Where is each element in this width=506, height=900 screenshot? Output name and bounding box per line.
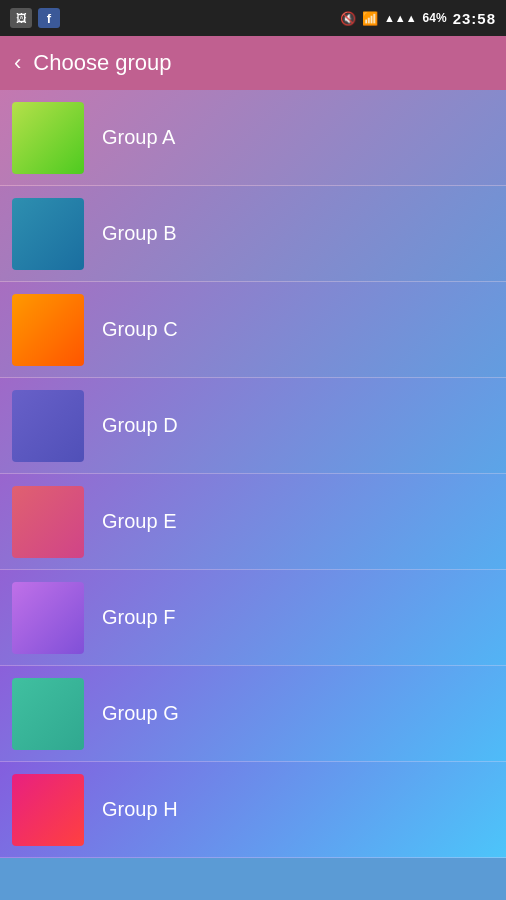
group-item-g[interactable]: Group G xyxy=(0,666,506,762)
signal-icon: ▲▲▲ xyxy=(384,12,417,24)
group-label-f: Group F xyxy=(102,606,175,629)
mute-icon: 🔇 xyxy=(340,11,356,26)
wifi-icon: 📶 xyxy=(362,11,378,26)
app-bar: ‹ Choose group xyxy=(0,36,506,90)
group-label-d: Group D xyxy=(102,414,178,437)
group-item-c[interactable]: Group C xyxy=(0,282,506,378)
status-bar: 🖼 f 🔇 📶 ▲▲▲ 64% 23:58 xyxy=(0,0,506,36)
time-display: 23:58 xyxy=(453,10,496,27)
battery-indicator: 64% xyxy=(423,11,447,25)
group-label-h: Group H xyxy=(102,798,178,821)
group-thumb-f xyxy=(12,582,84,654)
gallery-icon: 🖼 xyxy=(10,8,32,28)
group-label-c: Group C xyxy=(102,318,178,341)
group-thumb-h xyxy=(12,774,84,846)
group-thumb-e xyxy=(12,486,84,558)
group-item-e[interactable]: Group E xyxy=(0,474,506,570)
group-thumb-g xyxy=(12,678,84,750)
group-thumb-c xyxy=(12,294,84,366)
group-label-g: Group G xyxy=(102,702,179,725)
group-item-h[interactable]: Group H xyxy=(0,762,506,858)
group-label-a: Group A xyxy=(102,126,175,149)
status-bar-right: 🔇 📶 ▲▲▲ 64% 23:58 xyxy=(340,10,496,27)
facebook-icon: f xyxy=(38,8,60,28)
group-thumb-a xyxy=(12,102,84,174)
status-bar-left: 🖼 f xyxy=(10,8,60,28)
group-item-b[interactable]: Group B xyxy=(0,186,506,282)
group-label-e: Group E xyxy=(102,510,176,533)
group-list: Group AGroup BGroup CGroup DGroup EGroup… xyxy=(0,90,506,858)
group-thumb-d xyxy=(12,390,84,462)
group-label-b: Group B xyxy=(102,222,176,245)
back-button[interactable]: ‹ xyxy=(14,52,21,74)
group-item-f[interactable]: Group F xyxy=(0,570,506,666)
group-item-d[interactable]: Group D xyxy=(0,378,506,474)
page-title: Choose group xyxy=(33,50,171,76)
group-thumb-b xyxy=(12,198,84,270)
group-item-a[interactable]: Group A xyxy=(0,90,506,186)
